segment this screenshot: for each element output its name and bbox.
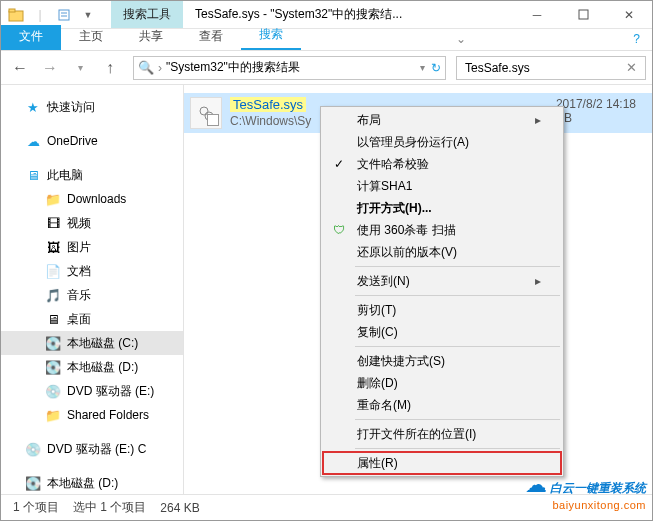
submenu-arrow-icon: ▸ bbox=[535, 274, 541, 288]
menu-item[interactable]: 发送到(N)▸ bbox=[323, 270, 561, 292]
submenu-arrow-icon: ▸ bbox=[535, 113, 541, 127]
drive-icon: 💽 bbox=[25, 475, 41, 491]
menu-item[interactable]: 计算SHA1 bbox=[323, 175, 561, 197]
menu-item-label: 复制(C) bbox=[357, 324, 398, 341]
menu-item[interactable]: 复制(C) bbox=[323, 321, 561, 343]
sidebar-item-quickaccess[interactable]: ★快速访问 bbox=[1, 95, 183, 119]
sidebar-item-drive-c[interactable]: 💽本地磁盘 (C:) bbox=[1, 331, 183, 355]
back-button[interactable]: ← bbox=[7, 55, 33, 81]
status-size: 264 KB bbox=[160, 501, 199, 515]
search-tools-tab[interactable]: 搜索工具 bbox=[111, 1, 183, 28]
tab-view[interactable]: 查看 bbox=[181, 25, 241, 50]
sidebar-item-onedrive[interactable]: ☁OneDrive bbox=[1, 129, 183, 153]
sidebar-item-pictures[interactable]: 🖼图片 bbox=[1, 235, 183, 259]
up-button[interactable]: ↑ bbox=[97, 55, 123, 81]
menu-item-label: 剪切(T) bbox=[357, 302, 396, 319]
menu-item-label: 还原以前的版本(V) bbox=[357, 244, 457, 261]
sidebar-item-drive-d-2[interactable]: 💽本地磁盘 (D:) bbox=[1, 471, 183, 494]
menu-item-label: 打开文件所在的位置(I) bbox=[357, 426, 476, 443]
search-input[interactable]: TesSafe.sys ✕ bbox=[456, 56, 646, 80]
sidebar-item-dvd-e-2[interactable]: 💿DVD 驱动器 (E:) C bbox=[1, 437, 183, 461]
address-dropdown-icon[interactable]: ▾ bbox=[420, 62, 425, 73]
menu-item-label: 创建快捷方式(S) bbox=[357, 353, 445, 370]
status-selection: 选中 1 个项目 bbox=[73, 499, 146, 516]
menu-item-label: 以管理员身份运行(A) bbox=[357, 134, 469, 151]
address-bar[interactable]: 🔍 › "System32"中的搜索结果 ▾ ↻ bbox=[133, 56, 446, 80]
music-icon: 🎵 bbox=[45, 287, 61, 303]
qat-dropdown-icon[interactable]: ▼ bbox=[77, 4, 99, 26]
forward-button[interactable]: → bbox=[37, 55, 63, 81]
search-result-icon: 🔍 bbox=[138, 60, 154, 76]
sidebar-item-music[interactable]: 🎵音乐 bbox=[1, 283, 183, 307]
refresh-icon[interactable]: ↻ bbox=[431, 61, 441, 75]
clear-search-icon[interactable]: ✕ bbox=[626, 60, 637, 75]
star-icon: ★ bbox=[25, 99, 41, 115]
svg-rect-5 bbox=[579, 10, 588, 19]
dvd-icon: 💿 bbox=[25, 441, 41, 457]
menu-separator bbox=[355, 419, 560, 420]
menu-item[interactable]: 还原以前的版本(V) bbox=[323, 241, 561, 263]
minimize-button[interactable]: ─ bbox=[514, 1, 560, 29]
menu-item-label: 文件哈希校验 bbox=[357, 156, 429, 173]
expand-ribbon-icon[interactable]: ⌄ bbox=[444, 28, 478, 50]
menu-item[interactable]: 打开方式(H)... bbox=[323, 197, 561, 219]
file-date: 2017/8/2 14:18 bbox=[556, 97, 636, 111]
desktop-icon: 🖥 bbox=[45, 311, 61, 327]
properties-icon[interactable] bbox=[53, 4, 75, 26]
recent-dropdown[interactable]: ▾ bbox=[67, 55, 93, 81]
drive-icon: 💽 bbox=[45, 335, 61, 351]
tab-file[interactable]: 文件 bbox=[1, 25, 61, 50]
watermark-en: baiyunxitong.com bbox=[552, 499, 646, 511]
maximize-button[interactable] bbox=[560, 1, 606, 29]
menu-item[interactable]: 属性(R) bbox=[323, 452, 561, 474]
svg-rect-1 bbox=[9, 9, 15, 12]
sidebar-item-dvd-e[interactable]: 💿DVD 驱动器 (E:) bbox=[1, 379, 183, 403]
menu-separator bbox=[355, 448, 560, 449]
onedrive-icon: ☁ bbox=[25, 133, 41, 149]
menu-item[interactable]: 以管理员身份运行(A) bbox=[323, 131, 561, 153]
tab-search[interactable]: 搜索 bbox=[241, 23, 301, 50]
menu-separator bbox=[355, 266, 560, 267]
menu-item-label: 属性(R) bbox=[357, 455, 398, 472]
sidebar: ★快速访问 ☁OneDrive 🖥此电脑 📁Downloads 🎞视频 🖼图片 … bbox=[1, 85, 184, 494]
menu-item-label: 删除(D) bbox=[357, 375, 398, 392]
sidebar-item-sharedfolders[interactable]: 📁Shared Folders bbox=[1, 403, 183, 427]
file-name: TesSafe.sys bbox=[230, 97, 306, 112]
sidebar-item-thispc[interactable]: 🖥此电脑 bbox=[1, 163, 183, 187]
status-items: 1 个项目 bbox=[13, 499, 59, 516]
sys-file-icon bbox=[190, 97, 222, 129]
menu-item[interactable]: ✓文件哈希校验 bbox=[323, 153, 561, 175]
video-icon: 🎞 bbox=[45, 215, 61, 231]
quick-access-toolbar: | ▼ bbox=[1, 4, 103, 26]
menu-item[interactable]: 创建快捷方式(S) bbox=[323, 350, 561, 372]
menu-item[interactable]: 布局▸ bbox=[323, 109, 561, 131]
sidebar-item-drive-d[interactable]: 💽本地磁盘 (D:) bbox=[1, 355, 183, 379]
menu-item[interactable]: 🛡使用 360杀毒 扫描 bbox=[323, 219, 561, 241]
menu-separator bbox=[355, 346, 560, 347]
folder-icon: 📁 bbox=[45, 191, 61, 207]
tab-share[interactable]: 共享 bbox=[121, 25, 181, 50]
menu-item[interactable]: 打开文件所在的位置(I) bbox=[323, 423, 561, 445]
tab-home[interactable]: 主页 bbox=[61, 25, 121, 50]
close-button[interactable]: ✕ bbox=[606, 1, 652, 29]
help-icon[interactable]: ? bbox=[621, 28, 652, 50]
svg-rect-2 bbox=[59, 10, 69, 20]
svg-point-7 bbox=[205, 112, 213, 120]
sidebar-item-videos[interactable]: 🎞视频 bbox=[1, 211, 183, 235]
sidebar-item-documents[interactable]: 📄文档 bbox=[1, 259, 183, 283]
svg-point-6 bbox=[200, 107, 208, 115]
sidebar-item-downloads[interactable]: 📁Downloads bbox=[1, 187, 183, 211]
context-menu: 布局▸以管理员身份运行(A)✓文件哈希校验计算SHA1打开方式(H)...🛡使用… bbox=[320, 106, 564, 477]
nav-toolbar: ← → ▾ ↑ 🔍 › "System32"中的搜索结果 ▾ ↻ TesSafe… bbox=[1, 51, 652, 85]
menu-item[interactable]: 删除(D) bbox=[323, 372, 561, 394]
file-size: KB bbox=[556, 111, 636, 125]
file-info: TesSafe.sys C:\Windows\Sy bbox=[230, 97, 311, 128]
menu-item-label: 重命名(M) bbox=[357, 397, 411, 414]
menu-item-icon: 🛡 bbox=[331, 222, 347, 238]
sidebar-item-desktop[interactable]: 🖥桌面 bbox=[1, 307, 183, 331]
menu-item-label: 计算SHA1 bbox=[357, 178, 412, 195]
menu-item[interactable]: 剪切(T) bbox=[323, 299, 561, 321]
doc-icon: 📄 bbox=[45, 263, 61, 279]
menu-item[interactable]: 重命名(M) bbox=[323, 394, 561, 416]
pc-icon: 🖥 bbox=[25, 167, 41, 183]
